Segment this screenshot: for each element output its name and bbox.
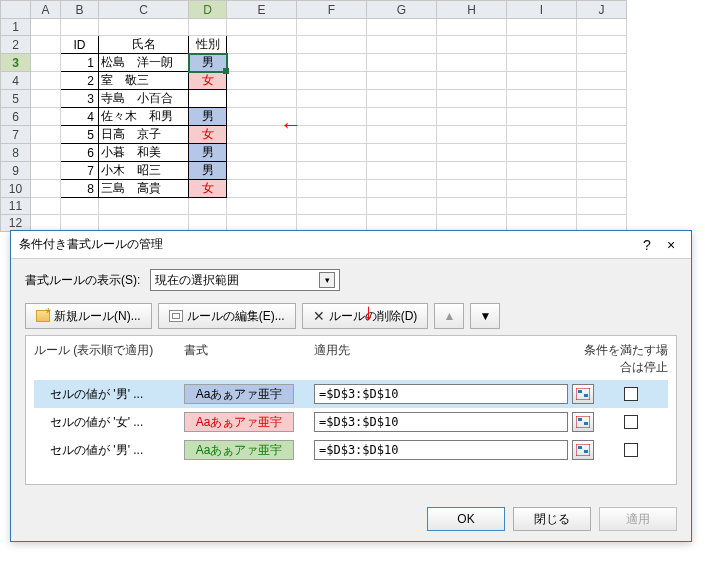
row-9[interactable]: 9 — [1, 162, 31, 180]
cell-name[interactable]: 松島 洋一朗 — [99, 54, 189, 72]
edit-rule-icon — [169, 310, 183, 322]
arrow-annotation-down: ↓ — [363, 299, 374, 325]
col-A[interactable]: A — [31, 1, 61, 19]
hdr-rule: ルール (表示順で適用) — [34, 342, 184, 376]
ok-button[interactable]: OK — [427, 507, 505, 531]
hdr-range: 適用先 — [314, 342, 574, 376]
cell-sex[interactable]: 女 — [189, 126, 227, 144]
cell-id[interactable]: 2 — [61, 72, 99, 90]
hdr-id[interactable]: ID — [61, 36, 99, 54]
svg-rect-2 — [584, 394, 588, 397]
col-B[interactable]: B — [61, 1, 99, 19]
cell-sex[interactable]: 男 — [189, 54, 227, 72]
hdr-sex[interactable]: 性別 — [189, 36, 227, 54]
chevron-down-icon: ▾ — [319, 272, 335, 288]
col-C[interactable]: C — [99, 1, 189, 19]
cell-sex[interactable]: 男 — [189, 108, 227, 126]
rule-row[interactable]: セルの値が '女' ...Aaあぁアァ亜宇 — [34, 408, 668, 436]
close-icon[interactable]: × — [659, 237, 683, 253]
format-preview: Aaあぁアァ亜宇 — [184, 384, 294, 404]
applies-to-input[interactable] — [314, 384, 568, 404]
cell-sex[interactable]: 女 — [189, 180, 227, 198]
svg-rect-1 — [578, 390, 582, 393]
dialog-title: 条件付き書式ルールの管理 — [19, 236, 163, 253]
rule-label: セルの値が '男' ... — [34, 386, 184, 403]
svg-rect-7 — [578, 446, 582, 449]
cell-name[interactable]: 小暮 和美 — [99, 144, 189, 162]
cell-name[interactable]: 三島 高貴 — [99, 180, 189, 198]
column-headers: A B C D E F G H I J — [1, 1, 627, 19]
arrow-annotation-left: ← — [280, 112, 302, 138]
stop-if-true-checkbox[interactable] — [624, 415, 638, 429]
range-select-button[interactable] — [572, 384, 594, 404]
svg-rect-8 — [584, 450, 588, 453]
cell-sex[interactable]: 男 — [189, 162, 227, 180]
col-E[interactable]: E — [227, 1, 297, 19]
format-preview: Aaあぁアァ亜宇 — [184, 412, 294, 432]
rule-label: セルの値が '女' ... — [34, 414, 184, 431]
show-rules-value: 現在の選択範囲 — [155, 272, 239, 289]
row-2[interactable]: 2 — [1, 36, 31, 54]
cell-id[interactable]: 5 — [61, 126, 99, 144]
move-down-button[interactable]: ▼ — [470, 303, 500, 329]
hdr-stop: 条件を満たす場合は停止 — [574, 342, 668, 376]
col-F[interactable]: F — [297, 1, 367, 19]
new-rule-button[interactable]: 新規ルール(N)... — [25, 303, 152, 329]
cell-name[interactable]: 佐々木 和男 — [99, 108, 189, 126]
edit-rule-button[interactable]: ルールの編集(E)... — [158, 303, 296, 329]
move-up-button[interactable]: ▲ — [434, 303, 464, 329]
cell-id[interactable]: 6 — [61, 144, 99, 162]
col-I[interactable]: I — [507, 1, 577, 19]
row-1[interactable]: 1 — [1, 19, 31, 36]
row-12[interactable]: 12 — [1, 215, 31, 232]
cell-sex[interactable]: 女 — [189, 72, 227, 90]
row-4[interactable]: 4 — [1, 72, 31, 90]
cell-sex[interactable] — [189, 90, 227, 108]
rule-row[interactable]: セルの値が '男' ...Aaあぁアァ亜宇 — [34, 380, 668, 408]
cell-id[interactable]: 4 — [61, 108, 99, 126]
col-J[interactable]: J — [577, 1, 627, 19]
row-11[interactable]: 11 — [1, 198, 31, 215]
cell-id[interactable]: 8 — [61, 180, 99, 198]
cell-name[interactable]: 寺島 小百合 — [99, 90, 189, 108]
col-H[interactable]: H — [437, 1, 507, 19]
row-10[interactable]: 10 — [1, 180, 31, 198]
col-D[interactable]: D — [189, 1, 227, 19]
new-rule-icon — [36, 310, 50, 322]
applies-to-input[interactable] — [314, 412, 568, 432]
triangle-up-icon: ▲ — [443, 309, 455, 323]
row-5[interactable]: 5 — [1, 90, 31, 108]
col-G[interactable]: G — [367, 1, 437, 19]
row-8[interactable]: 8 — [1, 144, 31, 162]
cell-id[interactable]: 7 — [61, 162, 99, 180]
range-select-button[interactable] — [572, 440, 594, 460]
select-all-cell[interactable] — [1, 1, 31, 19]
applies-to-input[interactable] — [314, 440, 568, 460]
close-button[interactable]: 閉じる — [513, 507, 591, 531]
row-6[interactable]: 6 — [1, 108, 31, 126]
triangle-down-icon: ▼ — [479, 309, 491, 323]
rule-label: セルの値が '男' ... — [34, 442, 184, 459]
stop-if-true-checkbox[interactable] — [624, 387, 638, 401]
cell-id[interactable]: 1 — [61, 54, 99, 72]
cell-name[interactable]: 室 敬三 — [99, 72, 189, 90]
dialog-titlebar[interactable]: 条件付き書式ルールの管理 ? × — [11, 231, 691, 259]
cell-name[interactable]: 日高 京子 — [99, 126, 189, 144]
rule-row[interactable]: セルの値が '男' ...Aaあぁアァ亜宇 — [34, 436, 668, 464]
svg-rect-4 — [578, 418, 582, 421]
rules-list: ルール (表示順で適用) 書式 適用先 条件を満たす場合は停止 セルの値が '男… — [25, 335, 677, 485]
show-rules-combo[interactable]: 現在の選択範囲 ▾ — [150, 269, 340, 291]
row-3[interactable]: 3 — [1, 54, 31, 72]
format-preview: Aaあぁアァ亜宇 — [184, 440, 294, 460]
row-7[interactable]: 7 — [1, 126, 31, 144]
hdr-name[interactable]: 氏名 — [99, 36, 189, 54]
cell-sex[interactable]: 男 — [189, 144, 227, 162]
cell-name[interactable]: 小木 昭三 — [99, 162, 189, 180]
spreadsheet: A B C D E F G H I J 1 2 ID 氏名 性別 31松島 洋一… — [0, 0, 705, 232]
delete-icon: ✕ — [313, 308, 325, 324]
stop-if-true-checkbox[interactable] — [624, 443, 638, 457]
range-select-button[interactable] — [572, 412, 594, 432]
apply-button[interactable]: 適用 — [599, 507, 677, 531]
help-button[interactable]: ? — [635, 237, 659, 253]
cell-id[interactable]: 3 — [61, 90, 99, 108]
